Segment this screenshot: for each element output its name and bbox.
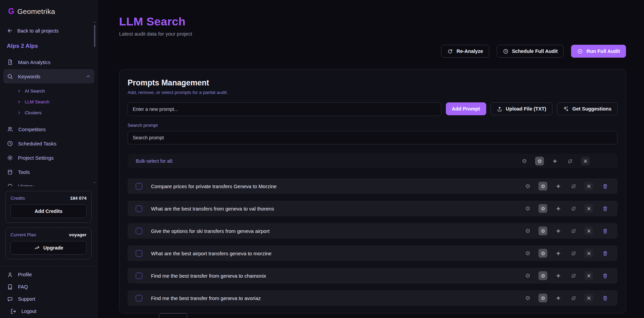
- qwen-icon[interactable]: [584, 182, 593, 191]
- page-title: LLM Search: [119, 15, 626, 28]
- sidebar-item-profile[interactable]: Profile: [7, 269, 90, 281]
- prompt-checkbox[interactable]: [136, 295, 142, 301]
- sidebar-item-competitors[interactable]: Competitors: [3, 122, 94, 136]
- gemini-icon[interactable]: [554, 182, 563, 191]
- sidebar-item-faq[interactable]: FAQ: [7, 281, 90, 293]
- sidebar-subitem-clusters[interactable]: Clusters: [7, 107, 91, 118]
- prompt-checkbox[interactable]: [136, 205, 142, 212]
- sidebar-item-history[interactable]: History: [3, 179, 94, 186]
- load-more-button[interactable]: [159, 313, 187, 318]
- new-prompt-row: Add Prompt Upload File (TXT) Get Suggest…: [128, 102, 618, 116]
- sidebar-item-label: History: [18, 183, 34, 186]
- delete-prompt-button[interactable]: [601, 249, 609, 258]
- add-prompt-button[interactable]: Add Prompt: [446, 102, 486, 115]
- scrollbar-down-arrow[interactable]: ▼: [93, 181, 96, 184]
- prompt-row: Compare prices for private transfers Gen…: [128, 178, 618, 194]
- prompt-checkbox[interactable]: [136, 183, 142, 190]
- sidebar-item-logout[interactable]: Logout: [7, 305, 90, 317]
- play-circle-icon: [577, 48, 583, 54]
- sidebar-scrollbar[interactable]: ▲ ▼: [93, 21, 96, 184]
- gemini-icon[interactable]: [550, 157, 559, 165]
- qwen-icon[interactable]: [584, 249, 593, 258]
- search-icon: [7, 73, 13, 80]
- back-to-projects-link[interactable]: Back to all projects: [7, 27, 91, 34]
- sidebar-item-tools[interactable]: Tools: [3, 165, 94, 179]
- claude-icon[interactable]: [538, 182, 547, 191]
- prompt-row: Find me the best transfer from geneva to…: [128, 268, 618, 283]
- sidebar-item-label: Main Analytics: [18, 59, 51, 65]
- claude-icon[interactable]: [538, 271, 547, 280]
- grok-icon[interactable]: [569, 271, 578, 280]
- sidebar-item-label: Project Settings: [18, 155, 54, 161]
- chatgpt-icon[interactable]: [523, 249, 532, 258]
- prompt-row-actions: [523, 182, 609, 191]
- qwen-icon[interactable]: [584, 294, 593, 302]
- sidebar-item-project-settings[interactable]: Project Settings: [3, 151, 94, 165]
- delete-prompt-button[interactable]: [601, 226, 609, 235]
- sidebar-subitem-label: LLM Search: [25, 99, 50, 104]
- chatgpt-icon[interactable]: [520, 157, 529, 165]
- page-subtitle: Latest audit data for your project: [119, 31, 626, 37]
- refresh-icon: [447, 48, 453, 54]
- gemini-icon[interactable]: [554, 271, 563, 280]
- sidebar-nav: Back to all projects Alps 2 Alps Main An…: [0, 17, 97, 186]
- chatgpt-icon[interactable]: [523, 204, 532, 213]
- current-plan-value: voyager: [69, 232, 87, 237]
- claude-icon[interactable]: [538, 294, 547, 302]
- credits-box: Credits 184 074 Add Credits: [5, 191, 92, 223]
- claude-icon[interactable]: [538, 204, 547, 213]
- grok-icon[interactable]: [566, 157, 574, 165]
- sidebar-subitem-ai-search[interactable]: AI Search: [7, 85, 91, 96]
- new-prompt-input[interactable]: [128, 102, 441, 116]
- claude-icon[interactable]: [535, 157, 544, 165]
- grok-icon[interactable]: [569, 226, 578, 235]
- sidebar-item-main-analytics[interactable]: Main Analytics: [3, 55, 94, 69]
- prompt-checkbox[interactable]: [136, 228, 142, 234]
- prompt-checkbox[interactable]: [136, 250, 142, 257]
- gemini-icon[interactable]: [554, 249, 563, 258]
- qwen-icon[interactable]: [584, 204, 593, 213]
- search-prompt-input[interactable]: [128, 131, 618, 144]
- gemini-icon[interactable]: [554, 204, 563, 213]
- schedule-label: Schedule Full Audit: [512, 48, 558, 54]
- scrollbar-thumb[interactable]: [94, 25, 95, 47]
- grok-icon[interactable]: [569, 249, 578, 258]
- sidebar-subitem-llm-search[interactable]: LLM Search: [7, 96, 91, 107]
- chatgpt-icon[interactable]: [523, 226, 532, 235]
- claude-icon[interactable]: [538, 226, 547, 235]
- chatgpt-icon[interactable]: [523, 294, 532, 302]
- delete-prompt-button[interactable]: [601, 294, 609, 302]
- claude-icon[interactable]: [538, 249, 547, 258]
- delete-prompt-button[interactable]: [601, 204, 609, 213]
- scrollbar-up-arrow[interactable]: ▲: [93, 21, 96, 23]
- grok-icon[interactable]: [569, 294, 578, 302]
- upgrade-button[interactable]: Upgrade: [11, 241, 87, 255]
- add-credits-button[interactable]: Add Credits: [11, 204, 87, 218]
- delete-prompt-button[interactable]: [601, 271, 609, 280]
- reanalyze-button[interactable]: Re-Analyze: [441, 45, 489, 58]
- run-full-audit-button[interactable]: Run Full Audit: [571, 45, 626, 58]
- get-suggestions-button[interactable]: Get Suggestions: [557, 102, 618, 115]
- prompt-checkbox[interactable]: [136, 273, 142, 279]
- delete-prompt-button[interactable]: [601, 182, 609, 191]
- grok-icon[interactable]: [569, 182, 578, 191]
- schedule-full-audit-button[interactable]: Schedule Full Audit: [497, 45, 564, 58]
- qwen-icon[interactable]: [584, 226, 593, 235]
- grok-icon[interactable]: [569, 204, 578, 213]
- people-icon: [7, 126, 14, 133]
- chatgpt-icon[interactable]: [523, 271, 532, 280]
- sidebar: G Geometrika Back to all projects Alps 2…: [0, 0, 97, 318]
- sidebar-item-scheduled-tasks[interactable]: Scheduled Tasks: [3, 136, 94, 151]
- upload-file-button[interactable]: Upload File (TXT): [491, 102, 552, 115]
- gemini-icon[interactable]: [554, 294, 563, 302]
- gemini-icon[interactable]: [554, 226, 563, 235]
- qwen-icon[interactable]: [584, 271, 593, 280]
- sidebar-item-keywords[interactable]: Keywords: [3, 69, 94, 83]
- brand-logo-icon: G: [8, 7, 14, 16]
- prompt-row: Give the options for ski transfers from …: [128, 223, 618, 239]
- chatgpt-icon[interactable]: [523, 182, 532, 191]
- qwen-icon[interactable]: [581, 157, 590, 165]
- sidebar-item-label: Keywords: [18, 74, 40, 79]
- add-prompt-label: Add Prompt: [452, 106, 480, 112]
- sidebar-item-support[interactable]: Support: [7, 293, 90, 305]
